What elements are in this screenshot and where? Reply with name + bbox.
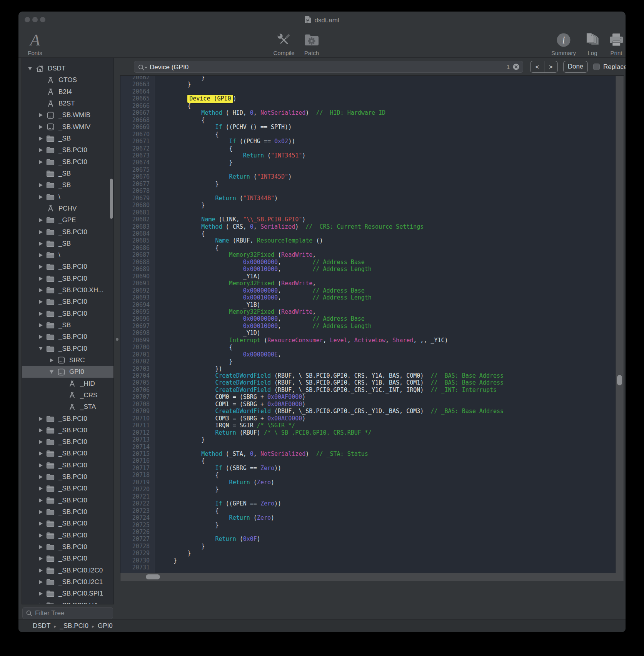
print-button[interactable]: Print	[599, 30, 626, 57]
tree-item-dsdt[interactable]: DSDT	[22, 63, 113, 74]
code-line[interactable]: 20703})	[120, 365, 616, 372]
disclosure-triangle-icon[interactable]	[38, 347, 43, 350]
tree-item-sbpci0[interactable]: _SB.PCI0	[22, 296, 113, 308]
disclosure-triangle-icon[interactable]	[38, 440, 43, 444]
code-line[interactable]: 207010x0000000E,	[120, 351, 616, 358]
tree-item-sbpci0[interactable]: _SB.PCI0	[22, 483, 113, 494]
tree-item-pchv[interactable]: PCHV	[22, 203, 113, 214]
tree-item-sbpci0[interactable]: _SB.PCI0	[22, 144, 113, 156]
tree-item-sbwmib[interactable]: _SB.WMIB	[22, 109, 113, 121]
code-line[interactable]: 20727Return (0x0F)	[120, 536, 616, 542]
disclosure-triangle-icon[interactable]	[38, 464, 43, 467]
tree-item-gtos[interactable]: GTOS	[22, 74, 113, 86]
vertical-scrollbar[interactable]	[616, 76, 624, 581]
disclosure-triangle-icon[interactable]	[38, 148, 43, 152]
code-line[interactable]: 20663}	[120, 81, 616, 88]
tree-item-gpi0[interactable]: GPI0	[22, 366, 113, 378]
code-line[interactable]: 20722If ((GPEN == Zero))	[120, 500, 616, 507]
code-line[interactable]: 20708COM1 = (SBRG + 0x00AE0000)	[120, 401, 616, 408]
disclosure-triangle-icon[interactable]	[38, 569, 43, 572]
tree-item-sbpci0[interactable]: _SB.PCI0	[22, 413, 113, 424]
tree-item-sbpci0i2c1[interactable]: _SB.PCI0.I2C1	[22, 576, 113, 588]
code-line[interactable]: 206880x00000000, // Address Base	[120, 259, 616, 266]
code-line[interactable]: 20668{	[120, 117, 616, 124]
tree-item-sb[interactable]: _SB	[22, 133, 113, 144]
tree-item-sbpci0[interactable]: _SB.PCI0	[22, 331, 113, 343]
code-viewport[interactable]: 20662}20663}2066420665Device (GPI0)20666…	[120, 76, 616, 573]
tree-item-[interactable]: \	[22, 191, 113, 202]
disclosure-triangle-icon[interactable]	[38, 265, 43, 269]
code-line[interactable]: 206920x00000000, // Address Base	[120, 287, 616, 294]
code-line[interactable]: 20702}	[120, 358, 616, 365]
pane-splitter-handle[interactable]	[116, 338, 118, 341]
code-line[interactable]: 20682Name (LINK, "\\_SB.PCI0.GPI0")	[120, 216, 616, 223]
tree-item-sbpci0[interactable]: _SB.PCI0	[22, 553, 113, 564]
tree-item-sbpci0[interactable]: _SB.PCI0	[22, 541, 113, 553]
code-line[interactable]: 20674}	[120, 159, 616, 166]
find-next-button[interactable]: >	[544, 61, 558, 72]
code-line[interactable]: 20673Return ("INT3451")	[120, 152, 616, 159]
disclosure-triangle-icon[interactable]	[38, 160, 43, 164]
tree-item-sbpci0[interactable]: _SB.PCI0	[22, 226, 113, 238]
code-line[interactable]: 20662}	[120, 76, 616, 81]
code-line[interactable]: 20677}	[120, 181, 616, 187]
horizontal-scrollbar[interactable]	[120, 573, 616, 581]
disclosure-triangle-icon[interactable]	[49, 370, 54, 374]
tree-item-sbpci0ua[interactable]: _SB.PCI0.UA...	[22, 599, 113, 604]
tree-item-sbpci0[interactable]: _SB.PCI0	[22, 273, 113, 284]
code-line[interactable]: 20695Memory32Fixed (ReadWrite,	[120, 308, 616, 315]
code-line[interactable]: 20717If ((SBRG == Zero))	[120, 465, 616, 472]
tree-item-crs[interactable]: _CRS	[22, 390, 113, 401]
disclosure-triangle-icon[interactable]	[38, 277, 43, 281]
disclosure-triangle-icon[interactable]	[38, 580, 43, 584]
tree-item-b2i4[interactable]: B2I4	[22, 86, 113, 98]
code-line[interactable]: 206930x00010000, // Address Length	[120, 294, 616, 301]
code-line[interactable]: 20679Return ("INT344B")	[120, 195, 616, 202]
code-line[interactable]: 20724Return (Zero)	[120, 514, 616, 521]
tree-item-sbpci0[interactable]: _SB.PCI0	[22, 436, 113, 448]
fonts-button[interactable]: A Fonts	[18, 30, 52, 57]
code-line[interactable]: 20699Interrupt (ResourceConsumer, Level,…	[120, 337, 616, 344]
code-line[interactable]: 20707COM0 = (SBRG + 0x00AF0000)	[120, 393, 616, 400]
sidebar-scrollbar-thumb[interactable]	[110, 179, 113, 219]
tree-item-hid[interactable]: _HID	[22, 378, 113, 389]
code-line[interactable]: 20700{	[120, 344, 616, 351]
tree-item-sbpci0[interactable]: _SB.PCI0	[22, 495, 113, 506]
code-line[interactable]: 20728}	[120, 543, 616, 550]
tree-item-sbpci0i2c0[interactable]: _SB.PCI0.I2C0	[22, 564, 113, 576]
disclosure-triangle-icon[interactable]	[49, 358, 54, 362]
breadcrumb-item[interactable]: _SB.PCI0	[60, 622, 88, 630]
disclosure-triangle-icon[interactable]	[38, 288, 43, 292]
code-line[interactable]: 20705CreateDWordField (RBUF, \_SB.PCI0.G…	[120, 379, 616, 386]
find-input[interactable]	[149, 62, 485, 73]
code-line[interactable]: 20681	[120, 209, 616, 216]
code-line[interactable]: 20709CreateDWordField (RBUF, \_SB.PCI0.G…	[120, 408, 616, 415]
tree-item-sbpci0[interactable]: _SB.PCI0	[22, 261, 113, 273]
code-line[interactable]: 20731	[120, 564, 616, 571]
code-line[interactable]: 20710COM3 = (SBRG + 0x00AC0000)	[120, 415, 616, 422]
tree-item-sbpci0[interactable]: _SB.PCI0	[22, 460, 113, 471]
code-line[interactable]: 20676Return ("INT345D")	[120, 173, 616, 180]
code-line[interactable]: 20720}	[120, 486, 616, 493]
code-line[interactable]: 20719Return (Zero)	[120, 479, 616, 486]
code-line[interactable]: 206890x00010000, // Address Length	[120, 266, 616, 273]
disclosure-triangle-icon[interactable]	[38, 137, 43, 141]
replace-checkbox[interactable]	[593, 64, 600, 70]
disclosure-triangle-icon[interactable]	[38, 428, 43, 432]
code-line[interactable]: 20685Name (RBUF, ResourceTemplate ()	[120, 237, 616, 244]
disclosure-triangle-icon[interactable]	[38, 475, 43, 479]
tree-item-sbpci0[interactable]: _SB.PCI0	[22, 343, 113, 355]
disclosure-triangle-icon[interactable]	[38, 510, 43, 514]
disclosure-triangle-icon[interactable]	[38, 522, 43, 525]
code-line[interactable]: 20706CreateDWordField (RBUF, \_SB.PCI0.G…	[120, 387, 616, 393]
code-line[interactable]: 20683Method (_CRS, 0, Serialized) // _CR…	[120, 223, 616, 230]
code-line[interactable]: 20680}	[120, 202, 616, 209]
disclosure-triangle-icon[interactable]	[38, 452, 43, 455]
code-line[interactable]: 20698_Y1D)	[120, 330, 616, 336]
code-line[interactable]: 20678	[120, 187, 616, 194]
tree-item-sbpci0xh[interactable]: _SB.PCI0.XH...	[22, 284, 113, 296]
disclosure-triangle-icon[interactable]	[38, 499, 43, 502]
tree-item-sbpci0[interactable]: _SB.PCI0	[22, 425, 113, 436]
find-previous-button[interactable]: <	[531, 61, 544, 72]
code-line[interactable]: 20669If ((PCHV () == SPTH))	[120, 124, 616, 131]
